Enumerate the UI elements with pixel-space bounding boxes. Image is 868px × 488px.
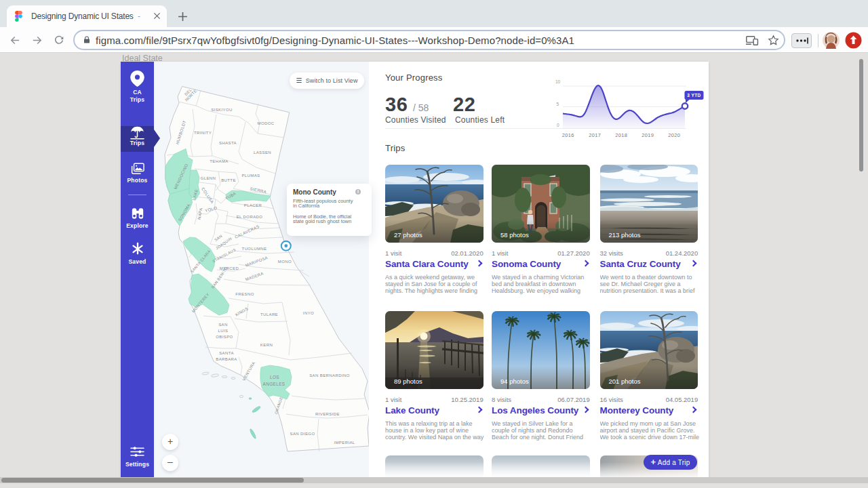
svg-text:BUTTE: BUTTE [221,178,236,182]
svg-text:SHASTA: SHASTA [219,141,237,145]
svg-text:FRESNO: FRESNO [235,292,254,296]
svg-text:SAN DIEGO: SAN DIEGO [290,432,315,436]
svg-text:2017: 2017 [589,132,601,138]
svg-text:GLENN: GLENN [201,176,216,180]
svg-text:SANTA: SANTA [219,351,234,355]
svg-text:2020: 2020 [668,132,680,138]
svg-text:INYO: INYO [303,311,314,315]
svg-text:LUIS: LUIS [218,329,229,333]
svg-text:OBISPO: OBISPO [216,335,233,339]
svg-text:3 YTD: 3 YTD [687,93,701,98]
svg-text:10: 10 [555,79,561,84]
svg-text:EL DORADO: EL DORADO [237,215,263,219]
svg-text:BARBARA: BARBARA [216,357,237,361]
svg-text:TUOLUMNE: TUOLUMNE [242,247,267,251]
svg-text:TEHAMA: TEHAMA [210,159,228,163]
svg-text:ANGELES: ANGELES [263,382,285,386]
svg-text:2016: 2016 [562,132,574,138]
svg-text:TRINITY: TRINITY [194,131,212,135]
svg-text:LOS: LOS [270,375,279,380]
svg-text:SAN: SAN [218,323,228,327]
svg-text:PLACER: PLACER [244,203,262,207]
svg-text:SISKIYOU: SISKIYOU [211,108,233,112]
svg-text:RIVERSIDE: RIVERSIDE [315,412,340,416]
svg-text:LASSEN: LASSEN [254,150,271,155]
svg-text:5: 5 [557,102,559,106]
svg-text:TULARE: TULARE [260,312,278,317]
svg-text:MODOC: MODOC [258,121,275,125]
svg-text:IMPERIAL: IMPERIAL [334,441,355,445]
svg-text:2018: 2018 [615,132,627,138]
svg-text:0: 0 [557,123,559,127]
svg-text:2019: 2019 [642,132,654,138]
svg-text:SAN BERNARDINO: SAN BERNARDINO [309,373,350,378]
svg-text:KERN: KERN [260,343,273,347]
svg-text:MONO: MONO [278,260,292,264]
svg-text:PLUMAS: PLUMAS [241,174,260,178]
